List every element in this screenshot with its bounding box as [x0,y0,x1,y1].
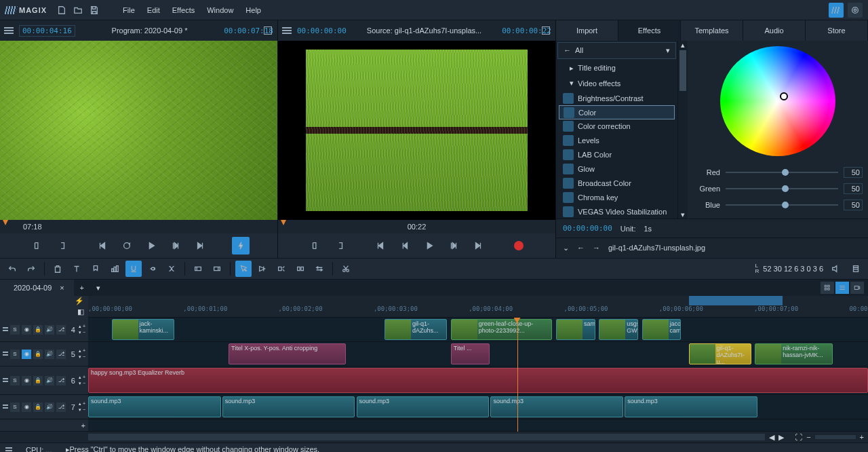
menu-help[interactable]: Help [245,6,261,14]
save-icon[interactable] [88,4,100,16]
goto-start-icon[interactable] [372,237,389,255]
flash-icon[interactable] [232,237,250,255]
track-content[interactable]: Titel X-pos. Y-pos. Anti croppingTitel .… [88,342,868,366]
clip[interactable]: gil-q1-dAZuhs7I-u... [689,343,751,364]
expand-down-icon[interactable]: ▾ − [79,407,85,413]
solo-button[interactable]: S [10,350,20,359]
mode2-icon[interactable] [209,261,225,277]
nav-fwd-icon[interactable]: → [593,244,600,252]
clip[interactable]: sound.mp3 [490,396,623,417]
eye-button[interactable]: ◉ [22,402,31,412]
fx-chroma-key[interactable]: Chroma key [559,190,675,204]
fx-brightness-contrast[interactable]: Brightness/Contrast [559,91,675,105]
undo-icon[interactable] [4,261,20,277]
view-timeline-icon[interactable] [835,282,849,294]
speaker-button[interactable]: 🔊 [45,376,54,385]
clip[interactable]: green-leaf-close-up-photo-2233992... [451,319,553,340]
arrow-tool-icon[interactable] [235,261,252,277]
fx-glow[interactable]: Glow [559,162,675,176]
clip[interactable]: jack-kaminski... [112,319,174,340]
timeline-overview[interactable] [88,296,868,305]
track-menu-icon[interactable] [3,352,8,356]
tool-d-icon[interactable] [311,261,328,277]
expand-up-icon[interactable]: ▴ + [79,375,85,380]
tab-audio[interactable]: Audio [743,20,806,41]
layout-preset-button[interactable] [829,3,844,18]
tool-c-icon[interactable] [292,261,309,277]
expand-down-icon[interactable]: ▾ − [79,330,85,335]
lock-button[interactable]: 🔒 [33,325,43,335]
expand-up-icon[interactable]: ▴ + [79,348,85,354]
menu-effects[interactable]: Effects [172,6,195,14]
settings-gear-icon[interactable] [848,3,863,18]
timeline-zoom-icon[interactable]: ⚡ [0,296,88,305]
color-wheel[interactable] [720,46,835,156]
tool-b-icon[interactable] [273,261,290,277]
lock-button[interactable]: 🔒 [33,402,43,412]
blue-value[interactable]: 50 [844,200,863,210]
marker-icon[interactable] [87,261,104,277]
effects-back-all[interactable]: ← All ▾ [557,42,676,59]
link-icon[interactable] [144,261,161,277]
group-icon[interactable] [106,261,123,277]
set-in-icon[interactable] [28,237,46,255]
expand-up-icon[interactable]: ▴ + [79,324,85,329]
track-content[interactable] [88,419,868,431]
green-value[interactable]: 50 [844,183,863,194]
clip[interactable]: Titel ... [451,343,490,364]
source-preview[interactable] [278,41,555,220]
fx-vegas-stabilization[interactable]: VEGAS Video Stabilization [559,204,675,219]
maximize-icon[interactable] [542,26,550,35]
fx-lab-color[interactable]: LAB Color [559,148,675,162]
speaker-icon[interactable] [827,261,844,277]
snap-icon[interactable] [125,261,142,277]
record-icon[interactable] [510,237,528,255]
color-wheel-marker[interactable] [780,92,788,100]
add-track-icon[interactable]: + [81,421,85,430]
nav-back-icon[interactable]: ← [577,244,585,252]
lock-button[interactable]: 🔒 [33,350,43,359]
maximize-icon[interactable] [264,26,272,35]
zoom-in-icon[interactable]: + [860,433,864,441]
track-content[interactable]: jack-kaminski...gil-q1-dAZuhs...green-le… [88,318,868,341]
meter-toggle-icon[interactable] [848,261,864,277]
mode1-icon[interactable] [190,261,206,277]
goto-start-icon[interactable] [94,237,111,255]
ungroup-icon[interactable] [163,261,180,277]
clip[interactable]: nik-ramzi-nik-hassan-jvMK... [755,343,833,364]
track-menu-icon[interactable] [3,404,8,409]
red-value[interactable]: 50 [844,167,863,178]
clip[interactable]: happy song.mp3 Equalizer Reverb [88,368,868,393]
program-preview[interactable] [0,41,277,220]
clip[interactable]: Titel X-pos. Y-pos. Anti cropping [229,343,346,364]
scroll-right-icon[interactable]: ▶ [778,433,784,442]
add-tab-icon[interactable]: + [74,280,90,296]
eye-button[interactable]: ◉ [22,325,31,335]
title-icon[interactable] [68,261,85,277]
view-camera-icon[interactable] [850,282,864,294]
menu-window[interactable]: Window [207,6,233,14]
fx-button[interactable]: ⎇ [56,376,66,385]
timeline-scrollbar[interactable]: ◀▶ ⛶ − + [0,432,868,442]
clip[interactable]: sound.mp3 [625,396,757,417]
green-slider[interactable] [726,188,838,189]
menu-file[interactable]: File [123,6,135,14]
expand-down-icon[interactable]: ▾ − [79,354,85,360]
speaker-button[interactable]: 🔊 [45,350,54,359]
clip[interactable]: usgs-GW... [599,319,638,340]
tab-templates[interactable]: Templates [681,20,743,41]
clip[interactable]: sound.mp3 [357,396,490,417]
play-range-icon[interactable] [445,237,462,255]
eye-button[interactable]: ◉ [22,350,31,359]
category-video-effects[interactable]: ▾Video effects [556,76,677,92]
menu-edit[interactable]: Edit [147,6,160,14]
track-content[interactable]: happy song.mp3 Equalizer Reverb [88,366,868,394]
track-menu-icon[interactable] [3,327,8,332]
speaker-button[interactable]: 🔊 [45,325,54,335]
in-marker-icon[interactable] [281,220,286,225]
project-tab[interactable]: 2020-04-09 × [0,280,74,296]
clip[interactable]: gil-q1-dAZuhs... [384,319,447,340]
tool-a-icon[interactable] [254,261,271,277]
zoom-slider[interactable] [815,435,856,439]
fit-icon[interactable]: ⛶ [795,433,802,441]
